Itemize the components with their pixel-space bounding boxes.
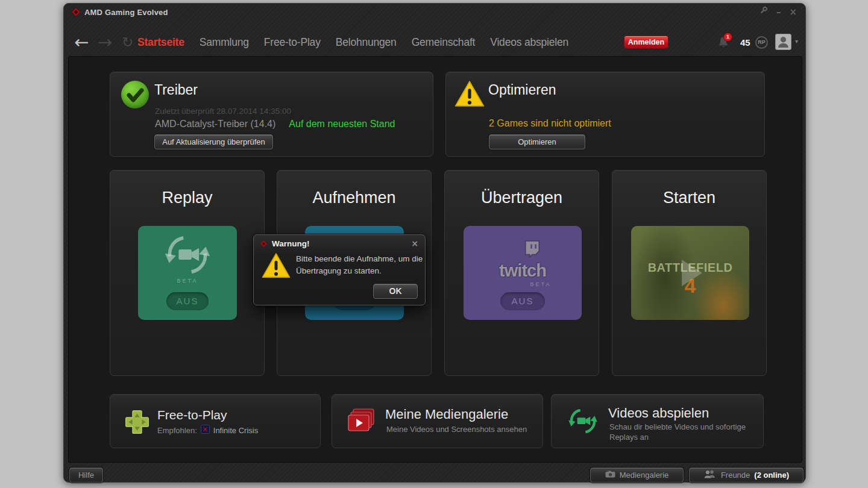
optimize-status-card: Optimieren 2 Games sind nicht optimiert …: [445, 72, 765, 157]
warning-dialog: Warnung! × Bitte beende die Aufnahme, um…: [253, 234, 426, 305]
dialog-message-line2: Übertragung zu starten.: [296, 265, 423, 277]
infinite-crisis-game-icon: [201, 425, 210, 436]
settings-wrench-icon[interactable]: [759, 6, 768, 17]
camera-icon: [605, 471, 615, 480]
feature-title: Übertragen: [445, 189, 599, 207]
warning-triangle-icon: [261, 252, 291, 282]
replay-videos-icon: [567, 407, 599, 438]
twitch-logo-text: twitch: [464, 261, 582, 281]
replay-toggle[interactable]: AUS: [166, 292, 209, 310]
dialog-message-line1: Bitte beende die Aufnahme, um die: [296, 253, 423, 265]
promo-title: Free-to-Play: [157, 408, 227, 422]
friends-online-count: (2 online): [754, 471, 789, 480]
optimize-button[interactable]: Optimieren: [489, 134, 585, 149]
app-window: AMD Gaming Evolved – × ← → ↻ Startseite …: [63, 3, 806, 483]
promo-card-free-to-play[interactable]: Free-to-Play Empfohlen: Infinite Crisis: [110, 394, 321, 448]
recommended-label: Empfohlen:: [157, 426, 197, 435]
nav-tabs: Startseite Sammlung Free-to-Play Belohnu…: [137, 36, 568, 49]
check-update-button[interactable]: Auf Aktualisierung überprüfen: [154, 134, 273, 149]
dialog-title: Warnung!: [272, 239, 309, 248]
refresh-icon[interactable]: ↻: [122, 34, 133, 50]
help-button-label: Hilfe: [78, 471, 94, 480]
driver-status-card: Treiber Zuletzt überprüft 28.07.2014 14:…: [110, 72, 433, 157]
minimize-button[interactable]: –: [776, 7, 781, 17]
content-panel: Treiber Zuletzt überprüft 28.07.2014 14:…: [68, 56, 802, 463]
promo-card-mediengalerie[interactable]: Meine Mediengalerie Meine Videos und Scr…: [332, 394, 543, 448]
promo-title: Videos abspielen: [608, 405, 709, 421]
recommended-game: Infinite Crisis: [213, 426, 258, 435]
help-button[interactable]: Hilfe: [69, 468, 103, 483]
twitch-bubble-icon: [521, 239, 543, 260]
dialog-message: Bitte beende die Aufnahme, um die Übertr…: [296, 253, 423, 277]
feature-card-starten[interactable]: Starten BATTLEFIELD 4: [612, 170, 767, 376]
dialog-close-icon[interactable]: ×: [411, 239, 418, 248]
promo-subtitle-line2: Replays an: [609, 433, 649, 442]
optimize-card-title: Optimieren: [488, 82, 556, 98]
dialog-ok-button[interactable]: OK: [373, 284, 418, 299]
media-gallery-icon: [347, 407, 377, 437]
driver-status: Auf dem neuesten Stand: [289, 119, 395, 129]
friends-button[interactable]: Freunde (2 online): [689, 468, 804, 483]
promo-subtitle: Meine Videos und Screenshots ansehen: [386, 425, 527, 434]
close-button[interactable]: ×: [789, 7, 797, 17]
avatar[interactable]: [775, 34, 791, 50]
points-count: 45: [740, 37, 750, 48]
play-icon: [682, 260, 702, 286]
media-gallery-button[interactable]: Mediengalerie: [590, 468, 684, 483]
driver-card-title: Treiber: [154, 82, 198, 98]
promo-subtitle-line1: Schau dir beliebte Videos und sofortige: [609, 422, 746, 431]
notification-count-badge: 1: [723, 33, 732, 42]
tab-belohnungen[interactable]: Belohnungen: [336, 36, 397, 49]
promo-title: Meine Mediengalerie: [385, 407, 508, 422]
titlebar[interactable]: AMD Gaming Evolved – ×: [64, 4, 805, 22]
tab-gemeinschaft[interactable]: Gemeinschaft: [412, 36, 476, 49]
replay-camera-icon: [162, 233, 213, 279]
sign-in-button[interactable]: Anmelden: [624, 36, 668, 49]
feature-title: Aufnehmen: [277, 189, 431, 207]
optimize-message: 2 Games sind nicht optimiert: [489, 118, 611, 129]
feature-title: Replay: [110, 189, 264, 207]
window-title: AMD Gaming Evolved: [84, 8, 168, 17]
feature-card-uebertragen[interactable]: Übertragen twitch BETA AUS: [444, 170, 599, 376]
friends-button-label: Freunde: [721, 471, 750, 480]
beta-label: BETA: [500, 281, 582, 287]
feature-card-replay[interactable]: Replay BETA AUS: [110, 170, 265, 376]
tab-videos-abspielen[interactable]: Videos abspielen: [490, 36, 568, 49]
replay-tile[interactable]: BETA AUS: [138, 226, 237, 320]
rp-badge: RP: [755, 36, 768, 49]
media-gallery-button-label: Mediengalerie: [620, 471, 669, 480]
amd-logo-icon: [260, 239, 268, 250]
driver-version-row: AMD-Catalyst-Treiber (14.4)Auf dem neues…: [155, 119, 395, 130]
desktop-background: AMD Gaming Evolved – × ← → ↻ Startseite …: [0, 0, 868, 488]
tab-sammlung[interactable]: Sammlung: [200, 36, 249, 49]
back-icon[interactable]: ←: [74, 32, 89, 52]
beta-label: BETA: [138, 278, 237, 284]
stream-toggle[interactable]: AUS: [500, 292, 545, 310]
check-circle-icon: [121, 81, 149, 108]
promo-subtitle-row: Empfohlen: Infinite Crisis: [157, 425, 258, 436]
main-nav: ← → ↻ Startseite Sammlung Free-to-Play B…: [64, 31, 805, 56]
driver-last-checked: Zuletzt überprüft 28.07.2014 14:35:00: [155, 107, 291, 116]
feature-title: Starten: [612, 189, 766, 207]
chevron-down-icon[interactable]: ▾: [795, 38, 798, 45]
promo-card-videos-abspielen[interactable]: Videos abspielen Schau dir beliebte Vide…: [551, 394, 764, 448]
game-launch-tile[interactable]: BATTLEFIELD 4: [631, 226, 749, 320]
warning-triangle-icon: [454, 80, 485, 111]
tab-startseite[interactable]: Startseite: [137, 36, 184, 49]
stream-tile[interactable]: twitch BETA AUS: [464, 226, 582, 320]
friends-icon: [703, 470, 717, 480]
driver-name: AMD-Catalyst-Treiber (14.4): [155, 119, 275, 129]
tab-free-to-play[interactable]: Free-to-Play: [264, 36, 321, 49]
forward-icon[interactable]: →: [98, 32, 112, 52]
dpad-icon: [124, 408, 151, 438]
amd-logo-icon: [71, 7, 81, 17]
